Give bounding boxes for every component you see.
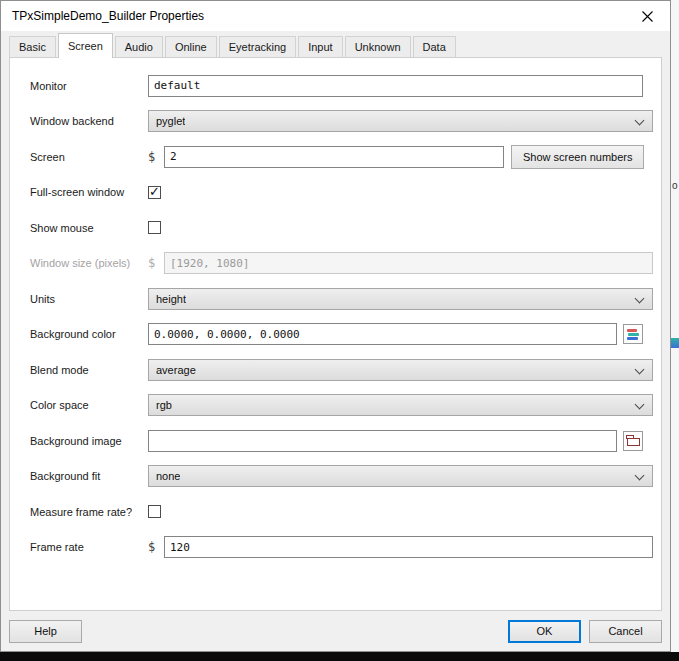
dropdown-value: none — [156, 470, 180, 482]
background-fit-label: Background fit — [30, 470, 148, 482]
cancel-button[interactable]: Cancel — [589, 620, 662, 643]
browse-image-button[interactable] — [623, 431, 643, 451]
blend-mode-label: Blend mode — [30, 364, 148, 376]
title-bar: TPxSimpleDemo_Builder Properties — [1, 1, 670, 31]
background-image-input[interactable] — [148, 430, 617, 452]
dialog-footer: Help OK Cancel — [1, 611, 670, 651]
desktop-screen: TPxSimpleDemo_Builder Properties BasicSc… — [0, 0, 679, 661]
tab-input[interactable]: Input — [298, 36, 342, 57]
field-row-blend-mode: Blend mode average — [30, 352, 661, 388]
field-row-background-image: Background image — [30, 423, 661, 459]
fullscreen-label: Full-screen window — [30, 186, 148, 198]
folder-icon — [627, 438, 640, 446]
background-color-label: Background color — [30, 328, 148, 340]
tab-screen[interactable]: Screen — [58, 33, 113, 58]
color-picker-button[interactable] — [623, 324, 643, 344]
field-row-monitor: Monitor — [30, 68, 661, 104]
chevron-down-icon — [635, 293, 645, 303]
tab-unknown[interactable]: Unknown — [345, 36, 411, 57]
window-title: TPxSimpleDemo_Builder Properties — [1, 9, 204, 23]
chevron-down-icon — [635, 364, 645, 374]
field-row-show-mouse: Show mouse — [30, 210, 661, 246]
frame-rate-label: Frame rate — [30, 541, 148, 553]
window-backend-dropdown[interactable]: pyglet — [148, 110, 653, 132]
screen-number-input[interactable] — [164, 146, 504, 168]
background-window-edge: o — [671, 0, 679, 652]
field-row-window-backend: Window backend pyglet — [30, 104, 661, 140]
field-row-measure-frame-rate: Measure frame rate? — [30, 494, 661, 530]
chevron-down-icon — [635, 471, 645, 481]
tab-online[interactable]: Online — [165, 36, 217, 57]
background-fit-dropdown[interactable]: none — [148, 465, 653, 487]
units-dropdown[interactable]: height — [148, 288, 653, 310]
monitor-input[interactable] — [148, 75, 643, 97]
dropdown-value: pyglet — [156, 115, 185, 127]
color-picker-icon — [627, 329, 637, 332]
color-space-dropdown[interactable]: rgb — [148, 394, 653, 416]
show-mouse-label: Show mouse — [30, 222, 148, 234]
field-row-color-space: Color space rgb — [30, 388, 661, 424]
background-fragment-text: o — [672, 180, 678, 191]
code-prefix: $ — [148, 540, 156, 554]
measure-frame-rate-label: Measure frame rate? — [30, 506, 148, 518]
background-color-input[interactable] — [148, 323, 617, 345]
help-button[interactable]: Help — [9, 620, 82, 643]
dropdown-value: average — [156, 364, 196, 376]
properties-dialog: TPxSimpleDemo_Builder Properties BasicSc… — [0, 0, 671, 652]
tab-eyetracking[interactable]: Eyetracking — [219, 36, 296, 57]
tab-bar: BasicScreenAudioOnlineEyetrackingInputUn… — [1, 31, 670, 57]
frame-rate-input[interactable] — [164, 536, 653, 558]
show-mouse-checkbox[interactable] — [148, 221, 161, 234]
window-size-input — [164, 252, 653, 274]
field-row-fullscreen: Full-screen window — [30, 175, 661, 211]
screen-label: Screen — [30, 151, 148, 163]
settings-panel: Monitor Window backend pyglet Screen $ — [9, 57, 662, 611]
field-row-window-size: Window size (pixels) $ — [30, 246, 661, 282]
fullscreen-checkbox[interactable] — [148, 186, 161, 199]
chevron-down-icon — [635, 400, 645, 410]
color-space-label: Color space — [30, 399, 148, 411]
dropdown-value: rgb — [156, 399, 172, 411]
monitor-label: Monitor — [30, 80, 148, 92]
field-row-units: Units height — [30, 281, 661, 317]
tab-data[interactable]: Data — [413, 36, 456, 57]
tab-basic[interactable]: Basic — [9, 36, 56, 57]
tab-audio[interactable]: Audio — [115, 36, 163, 57]
field-row-screen: Screen $ Show screen numbers — [30, 139, 661, 175]
measure-frame-rate-checkbox[interactable] — [148, 505, 161, 518]
show-screen-numbers-button[interactable]: Show screen numbers — [511, 145, 644, 169]
code-prefix: $ — [148, 256, 156, 270]
code-prefix: $ — [148, 150, 156, 164]
ok-button[interactable]: OK — [508, 620, 581, 643]
window-backend-label: Window backend — [30, 115, 148, 127]
field-row-background-color: Background color — [30, 317, 661, 353]
background-image-label: Background image — [30, 435, 148, 447]
units-label: Units — [30, 293, 148, 305]
field-row-frame-rate: Frame rate $ — [30, 530, 661, 566]
blend-mode-dropdown[interactable]: average — [148, 359, 653, 381]
dropdown-value: height — [156, 293, 186, 305]
close-icon — [642, 11, 653, 22]
chevron-down-icon — [635, 116, 645, 126]
field-row-background-fit: Background fit none — [30, 459, 661, 495]
close-button[interactable] — [624, 1, 670, 31]
background-fragment-icon — [671, 338, 679, 348]
window-size-label: Window size (pixels) — [30, 257, 148, 269]
